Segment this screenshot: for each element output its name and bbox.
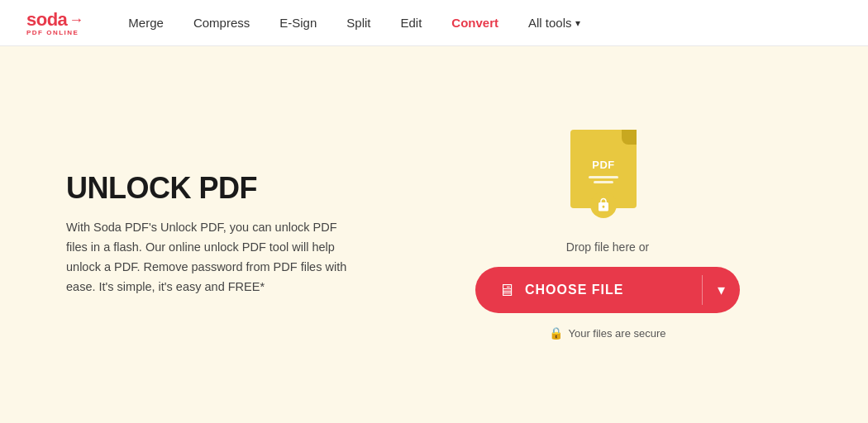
- nav-item-esign[interactable]: E-Sign: [268, 11, 328, 35]
- monitor-icon: 🖥: [498, 281, 515, 300]
- choose-file-label: CHOOSE FILE: [525, 283, 623, 297]
- choose-file-main: 🖥 CHOOSE FILE: [475, 281, 702, 300]
- nav-item-split[interactable]: Split: [335, 11, 382, 35]
- chevron-down-icon: ▾: [575, 17, 580, 29]
- nav-item-edit[interactable]: Edit: [389, 11, 433, 35]
- secure-label: Your files are secure: [568, 327, 665, 340]
- nav-item-convert[interactable]: Convert: [440, 11, 510, 35]
- pdf-lines: [589, 176, 618, 183]
- nav-item-compress[interactable]: Compress: [182, 11, 261, 35]
- page-title: UNLOCK PDF: [66, 172, 413, 205]
- pdf-label: PDF: [592, 159, 615, 171]
- nav-item-alltools[interactable]: All tools ▾: [517, 11, 592, 35]
- pdf-line-1: [589, 176, 618, 178]
- lock-icon: [596, 197, 611, 212]
- drop-text: Drop file here or: [566, 240, 649, 254]
- right-section: PDF Drop file here or 🖥: [413, 130, 802, 340]
- main-nav: Merge Compress E-Sign Split Edit Convert…: [117, 11, 842, 35]
- pdf-file-icon: PDF: [570, 130, 645, 221]
- pdf-line-2: [594, 181, 613, 183]
- main-content: UNLOCK PDF With Soda PDF's Unlock PDF, y…: [0, 46, 868, 423]
- nav-item-merge[interactable]: Merge: [117, 11, 175, 35]
- pdf-icon-wrapper: PDF Drop file here or: [566, 130, 649, 254]
- left-section: UNLOCK PDF With Soda PDF's Unlock PDF, y…: [66, 172, 413, 297]
- page-description: With Soda PDF's Unlock PDF, you can unlo…: [66, 218, 355, 297]
- logo-arrow: →: [69, 12, 83, 29]
- lock-container: [590, 192, 617, 218]
- choose-file-dropdown[interactable]: ▾: [703, 281, 740, 299]
- logo-soda: soda: [26, 9, 67, 31]
- chevron-down-icon: ▾: [718, 281, 725, 299]
- header: soda → PDF ONLINE Merge Compress E-Sign …: [0, 0, 868, 46]
- lock-emoji-icon: 🔒: [549, 326, 563, 340]
- logo-sub: PDF ONLINE: [26, 29, 79, 36]
- pdf-document-shape: PDF: [570, 130, 637, 208]
- choose-file-button[interactable]: 🖥 CHOOSE FILE ▾: [475, 267, 740, 313]
- logo[interactable]: soda → PDF ONLINE: [26, 9, 83, 36]
- secure-text: 🔒 Your files are secure: [549, 326, 665, 340]
